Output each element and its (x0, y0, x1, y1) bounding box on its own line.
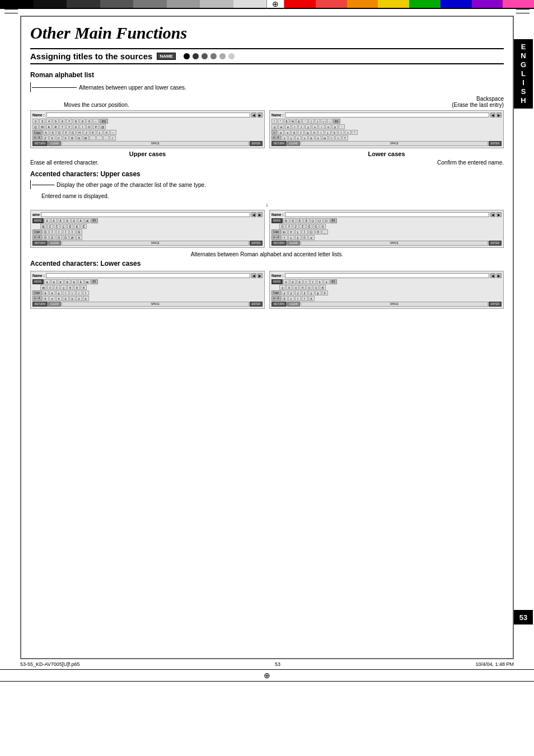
kb-nav-left-4[interactable]: ◀ (490, 212, 495, 217)
kb-key[interactable]: Ŝ (303, 218, 310, 223)
kb-return-key-6[interactable]: RETURN (271, 302, 287, 307)
kb-key[interactable]: Û (324, 218, 330, 223)
kb-key[interactable]: G (70, 130, 76, 135)
kb-key[interactable]: Ŀ (295, 229, 301, 234)
kb-toggle-key-3[interactable]: A↔Á (32, 235, 42, 240)
kb-key[interactable]: i (318, 124, 325, 129)
kb-key[interactable]: ð (282, 296, 288, 301)
kb-return-key[interactable]: RETURN (32, 141, 48, 146)
kb-key[interactable]: t (298, 124, 305, 129)
kb-return-key-4[interactable]: RETURN (271, 241, 287, 246)
kb-key[interactable]: Đ (282, 229, 288, 234)
kb-caps-key[interactable]: Caps (32, 130, 43, 135)
kb-key[interactable]: ) (315, 119, 320, 124)
kb-return-key-3[interactable]: RETURN (32, 241, 48, 246)
kb-key[interactable]: å (78, 279, 84, 284)
kb-key[interactable]: Ø (69, 235, 76, 240)
kb-space-key[interactable]: SPACE (62, 141, 249, 146)
kb-key[interactable]: K (90, 130, 96, 135)
kb-key[interactable]: % (290, 119, 296, 124)
kb-key[interactable]: ç (60, 285, 67, 290)
kb-key[interactable]: Ë (74, 224, 80, 229)
kb-enter-key-2[interactable]: ENTER (489, 141, 502, 146)
kb-key[interactable]: þ (315, 290, 321, 295)
kb-key[interactable]: 3 (39, 119, 45, 124)
kb-clear-key-5[interactable]: CLEAR (48, 302, 61, 307)
kb-key[interactable]: š (317, 279, 323, 284)
kb-nav-right-2[interactable]: ▶ (496, 112, 502, 118)
kb-space-key-6[interactable]: SPACE (301, 302, 488, 307)
kb-key[interactable]: l (338, 130, 344, 135)
kb-key[interactable]: s (284, 130, 291, 135)
kb-key[interactable]: . (90, 135, 96, 140)
kb-key[interactable]: 4 (46, 119, 52, 124)
kb-key[interactable]: ý (282, 290, 288, 295)
kb-key[interactable]: á (51, 279, 57, 284)
kb-clear-key[interactable]: CLEAR (48, 141, 61, 146)
kb-clear-key-4[interactable]: CLEAR (287, 241, 300, 246)
kb-space-key-4[interactable]: SPACE (301, 241, 488, 246)
kb-key[interactable]: ì (69, 290, 76, 295)
kb-key[interactable]: o (325, 124, 331, 129)
kb-key[interactable]: W (39, 124, 45, 129)
kb-key[interactable]: Ś (290, 218, 296, 223)
kb-key[interactable]: ' (339, 124, 345, 129)
kb-key[interactable]: Y (66, 124, 72, 129)
kb-key[interactable]: ô (290, 279, 296, 284)
kb-key[interactable]: Ů (308, 229, 315, 234)
kb-key[interactable]: x (288, 135, 294, 140)
kb-nav-right[interactable]: ▶ (257, 112, 263, 118)
kb-key[interactable]: w (278, 124, 284, 129)
kb-key[interactable]: Í (63, 229, 69, 234)
kb-key[interactable]: r (292, 124, 298, 129)
kb-key[interactable]: ñ (43, 296, 49, 301)
kb-key[interactable]: Ĉ (54, 224, 60, 229)
kb-key[interactable]: ő (297, 279, 303, 284)
kb-key[interactable]: ? (342, 135, 348, 140)
kb-key[interactable]: Ń (283, 218, 289, 223)
kb-key[interactable]: T (59, 124, 65, 129)
kb-key[interactable]: Ü (310, 218, 316, 223)
kb-key[interactable]: ë (74, 285, 80, 290)
kb-key[interactable]: # (104, 130, 110, 135)
kb-key[interactable]: Z (43, 135, 49, 140)
kb-nav-left-5[interactable]: ◀ (251, 273, 256, 278)
kb-key[interactable]: Ź (293, 224, 299, 229)
kb-key[interactable]: α (308, 235, 315, 240)
kb-key[interactable]: ř (310, 279, 316, 284)
kb-key[interactable]: Æ (85, 218, 91, 223)
kb-key[interactable]: Å (78, 218, 84, 223)
kb-key[interactable]: ü (313, 285, 319, 290)
kb-key[interactable]: ö (69, 296, 76, 301)
kb-caps-key-6[interactable]: Caps (271, 290, 281, 295)
kb-key[interactable]: â (58, 279, 64, 284)
kb-key[interactable]: M (83, 135, 89, 140)
kb-key[interactable]: _ (322, 229, 328, 234)
kb-enter-key-5[interactable]: ENTER (250, 302, 263, 307)
kb-key[interactable]: I (79, 124, 86, 129)
kb-key[interactable]: n (315, 135, 321, 140)
kb-key[interactable]: c (295, 135, 301, 140)
kb-return-key-2[interactable]: RETURN (271, 141, 287, 146)
kb-key[interactable]: X (49, 135, 55, 140)
kb-key[interactable]: Ó (49, 235, 55, 240)
kb-key[interactable]: / (110, 135, 116, 140)
kb-key[interactable]: @ (100, 124, 106, 129)
kb-key[interactable]: , (96, 135, 102, 140)
kb-key[interactable]: ę (56, 290, 62, 295)
kb-key[interactable]: ź (295, 290, 301, 295)
kb-key[interactable]: ← (110, 130, 116, 135)
kb-nav-left-2[interactable]: ◀ (490, 112, 495, 118)
kb-backspace-key-6[interactable]: BS (330, 279, 337, 284)
kb-toggle-key-2[interactable]: A↔Á (271, 135, 281, 140)
kb-key[interactable]: ś (324, 279, 330, 284)
kb-key[interactable]: Ñ (76, 229, 82, 234)
kb-key[interactable]: + (321, 119, 326, 124)
kb-backspace-key[interactable]: BS (100, 119, 108, 124)
kb-key[interactable]: ŕ (303, 279, 310, 284)
kb-caps-key-5[interactable]: Caps (32, 290, 42, 295)
kb-arrow-key[interactable]: ⇐ (271, 130, 277, 135)
kb-key[interactable]: Ĭ (302, 229, 308, 234)
kb-key[interactable]: 5 (53, 119, 59, 124)
kb-enter-key-3[interactable]: ENTER (250, 241, 263, 246)
